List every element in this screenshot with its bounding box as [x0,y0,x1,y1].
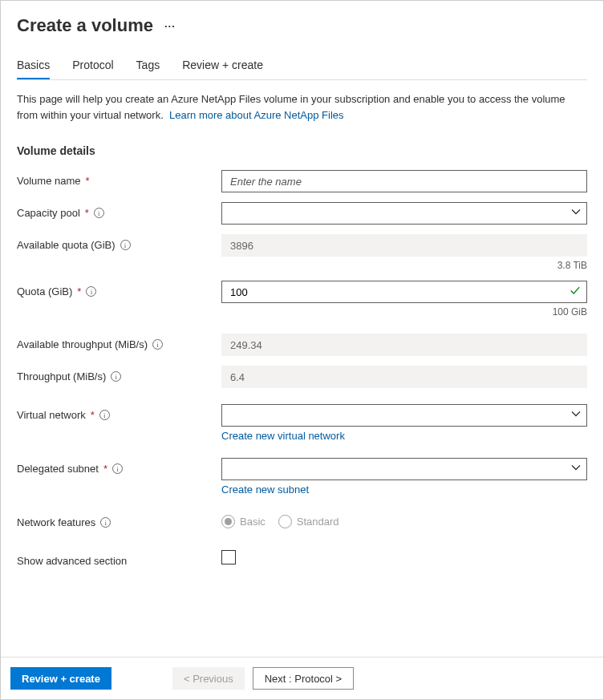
tab-review-create[interactable]: Review + create [182,59,263,79]
info-icon[interactable]: i [152,339,163,350]
volume-name-label: Volume name [17,175,81,187]
radio-standard[interactable]: Standard [278,515,339,528]
more-actions-icon[interactable]: ··· [164,20,176,32]
info-icon[interactable]: i [94,208,104,218]
info-icon[interactable]: i [100,517,111,528]
next-button[interactable]: Next : Protocol > [253,667,354,690]
footer-bar: Review + create < Previous Next : Protoc… [1,657,603,699]
tab-protocol[interactable]: Protocol [72,59,113,79]
delegated-subnet-select[interactable] [221,458,587,480]
required-indicator: * [77,285,81,297]
info-icon[interactable]: i [111,371,121,382]
throughput-input [221,366,587,388]
required-indicator: * [85,207,89,219]
tab-tags[interactable]: Tags [136,59,160,79]
create-vnet-link[interactable]: Create new virtual network [221,430,587,442]
info-icon[interactable]: i [86,286,96,297]
required-indicator: * [86,175,90,187]
capacity-pool-select[interactable] [221,202,587,225]
quota-input[interactable] [221,281,587,303]
info-icon[interactable]: i [120,240,131,250]
required-indicator: * [91,409,95,421]
info-icon[interactable]: i [112,463,123,474]
info-icon[interactable]: i [99,410,110,420]
available-quota-input [221,234,587,257]
page-title: Create a volume [17,15,153,36]
radio-basic[interactable]: Basic [221,515,266,528]
radio-icon [278,515,292,528]
throughput-label: Throughput (MiB/s) [17,370,106,382]
show-advanced-checkbox[interactable] [221,550,236,564]
radio-icon [221,515,235,528]
available-quota-label: Available quota (GiB) [17,239,116,251]
quota-label: Quota (GiB) [17,285,72,297]
quota-sub: 100 GiB [221,306,587,318]
available-throughput-label: Available throughput (MiB/s) [17,338,148,350]
required-indicator: * [103,463,107,475]
virtual-network-label: Virtual network [17,409,86,421]
section-title: Volume details [17,144,587,157]
learn-more-link[interactable]: Learn more about Azure NetApp Files [169,109,344,121]
review-create-button[interactable]: Review + create [10,667,111,690]
show-advanced-label: Show advanced section [17,555,127,567]
virtual-network-select[interactable] [221,404,587,427]
available-throughput-input [221,334,587,356]
capacity-pool-label: Capacity pool [17,207,80,219]
create-subnet-link[interactable]: Create new subnet [221,484,587,496]
intro-text: This page will help you create an Azure … [17,91,578,123]
available-quota-sub: 3.8 TiB [221,260,587,271]
previous-button[interactable]: < Previous [172,667,245,690]
tab-bar: Basics Protocol Tags Review + create [17,59,587,80]
delegated-subnet-label: Delegated subnet [17,463,99,475]
volume-name-input[interactable] [221,170,587,192]
network-features-label: Network features [17,516,95,528]
tab-basics[interactable]: Basics [17,59,50,79]
